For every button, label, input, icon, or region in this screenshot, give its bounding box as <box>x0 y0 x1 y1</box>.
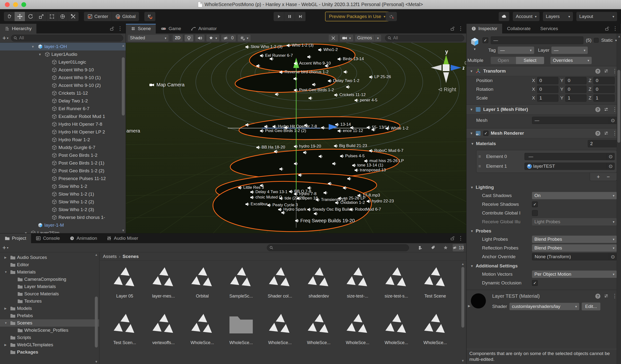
x-value-field[interactable]: 0 <box>537 86 558 93</box>
pause-button[interactable] <box>284 12 295 21</box>
transform-tool-button[interactable] <box>57 12 68 21</box>
audio-source-gizmo[interactable] <box>318 154 323 159</box>
hierarchy-item[interactable]: ▼ Post Geo Birds 1-2 (2) <box>0 167 126 175</box>
presets-icon[interactable] <box>604 294 609 298</box>
hierarchy-item[interactable]: ▼ Excalibur Robot Mud 1 <box>0 113 126 120</box>
tab-collaborate[interactable]: Collaborate <box>502 24 535 34</box>
receive-shadows-checkbox[interactable]: ✓ <box>532 201 538 207</box>
audio-source-gizmo[interactable] <box>313 211 318 216</box>
audio-source-gizmo[interactable]: Who1-2 <box>318 47 338 52</box>
effects-dropdown[interactable]: ▾ <box>207 35 219 41</box>
audio-source-gizmo[interactable]: Eel Runner 6-7 <box>259 53 293 58</box>
rect-tool-button[interactable] <box>47 12 57 21</box>
close-button[interactable] <box>5 2 10 7</box>
z-value-field[interactable]: 0 <box>593 86 615 93</box>
foldout-arrow-icon[interactable]: ▼ <box>470 264 474 268</box>
expand-arrow-icon[interactable]: ▼ <box>24 231 29 233</box>
asset-item[interactable]: shaderdev <box>299 264 338 311</box>
hand-tool-button[interactable] <box>4 12 15 21</box>
material-element-row[interactable]: ≡ Element 1 layerTEST ⊙ <box>478 161 615 171</box>
create-asset-button[interactable]: +▾ <box>2 245 8 251</box>
help-icon[interactable]: ? <box>595 294 600 299</box>
audio-source-gizmo[interactable] <box>312 82 316 87</box>
y-value-field[interactable]: 1 <box>565 94 586 102</box>
help-icon[interactable]: ? <box>595 69 600 74</box>
search-by-label-button[interactable] <box>427 244 439 251</box>
layers-dropdown[interactable]: Layers▾ <box>543 12 573 21</box>
material-object-field[interactable]: — ⊙ <box>524 153 615 160</box>
audio-source-gizmo[interactable] <box>259 183 264 188</box>
folder-tree-item[interactable]: ▼▶ Scenes <box>0 319 99 327</box>
orientation-gizmo[interactable]: y z Right <box>428 50 466 93</box>
audio-source-gizmo[interactable] <box>325 64 329 68</box>
gizmos-dropdown[interactable]: Gizmos▾ <box>355 35 381 41</box>
rotate-tool-button[interactable] <box>25 12 36 21</box>
z-value-field[interactable]: 1 <box>593 94 615 102</box>
hierarchy-item[interactable]: ▼ layer-1-OH <box>0 43 126 51</box>
audio-source-gizmo[interactable] <box>343 186 347 190</box>
mesh-object-field[interactable]: —⊙ <box>532 117 617 124</box>
breadcrumb-current[interactable]: Scenes <box>122 254 139 259</box>
audio-source-gizmo[interactable] <box>303 150 307 155</box>
audio-source-gizmo[interactable] <box>264 124 269 129</box>
asset-item[interactable]: WholeSce... <box>416 311 455 357</box>
step-button[interactable] <box>295 12 306 21</box>
audio-source-gizmo[interactable] <box>245 122 250 127</box>
remove-material-button[interactable]: − <box>607 174 610 180</box>
object-picker-icon[interactable]: ⊙ <box>609 253 617 260</box>
audio-source-gizmo[interactable] <box>256 64 260 68</box>
audio-source-gizmo[interactable] <box>281 210 286 215</box>
inspector-scrollbar[interactable]: ▲ <box>617 34 621 364</box>
audio-source-gizmo[interactable] <box>346 85 350 89</box>
audio-source-gizmo[interactable]: 13-14 <box>335 122 351 127</box>
audio-source-gizmo[interactable]: pener 4-5 <box>354 98 378 103</box>
active-checkbox[interactable]: ✓ <box>483 37 488 43</box>
asset-item[interactable]: SampleSc... <box>222 264 260 311</box>
audio-source-gizmo[interactable]: Hydro Hit Opener 7-8 <box>272 124 317 129</box>
material-foldout-icon[interactable]: ▶ <box>468 304 470 308</box>
hierarchy-item[interactable]: ▼ Slow Who 1-2 (1) <box>0 190 126 198</box>
audio-source-gizmo[interactable]: Post Geo Birds 1-2 (2) <box>259 128 306 133</box>
contribute-gi-checkbox[interactable] <box>532 210 538 216</box>
asset-item[interactable]: WholeSce... <box>377 311 416 357</box>
hierarchy-scrollbar[interactable]: ▲ ▼ <box>121 44 125 232</box>
folder-tree-item[interactable]: ▼▶ Layer Materials <box>0 283 99 290</box>
hierarchy-item[interactable]: ▼ Reverse bird chorus 1- <box>0 214 126 221</box>
folder-tree-item[interactable]: ▼▶ Editor <box>0 261 99 268</box>
shading-mode-dropdown[interactable]: Shaded▾ <box>128 35 169 41</box>
z-value-field[interactable]: 0 <box>593 77 615 84</box>
hierarchy-item[interactable]: ▼ layer-1-M <box>0 221 126 229</box>
audio-source-gizmo[interactable]: Oxidation 1-2 <box>335 200 365 205</box>
audio-source-gizmo[interactable] <box>343 70 348 74</box>
hierarchy-item[interactable]: ▼ Hydro Hit Opener LP 2 <box>0 128 126 136</box>
hierarchy-item[interactable]: ▼ Eel Runner 6-7 <box>0 105 126 113</box>
audio-source-gizmo[interactable] <box>347 176 351 181</box>
dynamic-occlusion-checkbox[interactable]: ✓ <box>532 280 538 286</box>
audio-source-gizmo[interactable] <box>328 181 332 186</box>
audio-source-gizmo[interactable]: Open 18 <box>296 196 318 201</box>
object-name-field[interactable]: — <box>491 36 583 44</box>
asset-item[interactable]: Test Scene <box>416 264 455 311</box>
asset-item[interactable]: WholeSce... <box>222 311 260 357</box>
scene-grid-dropdown[interactable]: ▾ <box>238 35 251 41</box>
asset-item[interactable]: WholeSce... <box>338 311 377 357</box>
audio-source-gizmo[interactable] <box>321 125 325 130</box>
audio-source-gizmo[interactable] <box>279 167 284 171</box>
folder-tree-item[interactable]: ▼▶ Packages <box>0 348 99 356</box>
object-picker-icon[interactable]: ⊙ <box>607 153 614 160</box>
asset-item[interactable]: Test Scen... <box>105 311 144 357</box>
cloud-button[interactable] <box>499 12 509 21</box>
audio-source-gizmo[interactable]: hydro 22-23 <box>366 199 394 204</box>
expand-arrow-icon[interactable]: ▼ <box>31 45 36 49</box>
hidden-objects-button[interactable]: 0 <box>221 35 236 41</box>
audio-source-gizmo[interactable] <box>350 125 354 130</box>
tab-audio-mixer[interactable]: Audio Mixer <box>102 233 143 243</box>
x-value-field[interactable]: 0 <box>537 77 558 84</box>
audio-source-gizmo[interactable]: Slow Who 1-2 (3) <box>245 44 282 49</box>
audio-source-gizmo[interactable]: Delay Two 1-2 <box>328 78 359 83</box>
audio-source-gizmo[interactable]: Birds 13-14 <box>337 56 364 61</box>
foldout-arrow-icon[interactable]: ▼ <box>471 142 474 146</box>
hierarchy-item[interactable]: ▼ Presence Pulses 11-12 <box>0 175 126 182</box>
asset-item[interactable]: layer-mes... <box>144 264 183 311</box>
foldout-arrow-icon[interactable]: ▼ <box>470 229 474 233</box>
